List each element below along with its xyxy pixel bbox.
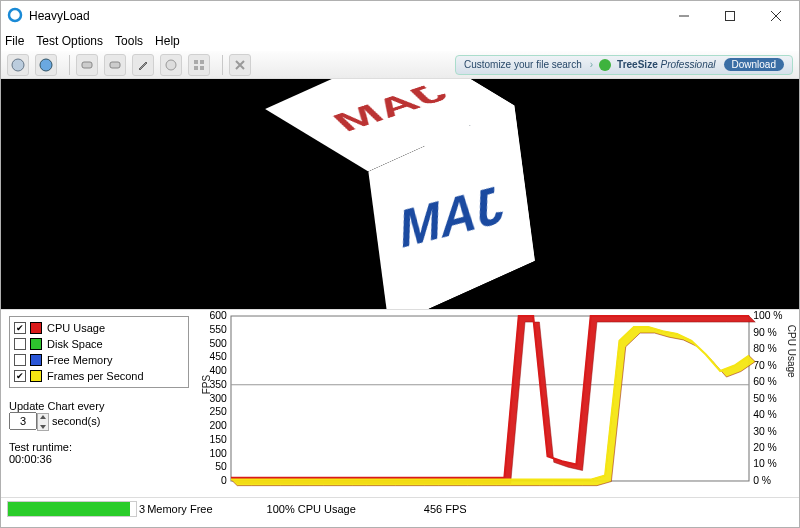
performance-chart: 0501001502002503003504004505005506000 %1… — [231, 314, 749, 483]
chart-legend: ✔CPU UsageDisk SpaceFree Memory✔Frames p… — [9, 316, 189, 388]
svg-rect-2 — [726, 12, 735, 21]
close-button[interactable] — [753, 1, 799, 31]
lower-panel: ✔CPU UsageDisk SpaceFree Memory✔Frames p… — [1, 309, 799, 497]
menu-file[interactable]: File — [5, 34, 24, 48]
svg-text:450: 450 — [209, 351, 227, 362]
status-cpu: 100% CPU Usage — [253, 503, 370, 515]
legend-swatch — [30, 338, 42, 350]
legend-checkbox[interactable]: ✔ — [14, 370, 26, 382]
axis-right-label: CPU Usage — [786, 324, 797, 377]
svg-text:100: 100 — [209, 448, 227, 459]
left-panel: ✔CPU UsageDisk SpaceFree Memory✔Frames p… — [1, 310, 197, 497]
svg-text:50 %: 50 % — [753, 393, 777, 404]
tb-scissors-icon[interactable] — [229, 54, 251, 76]
maximize-button[interactable] — [707, 1, 753, 31]
rotating-cube: JAM SOFTWARE JAM — [317, 79, 484, 296]
svg-text:500: 500 — [209, 338, 227, 349]
svg-text:90 %: 90 % — [753, 327, 777, 338]
svg-text:70 %: 70 % — [753, 360, 777, 371]
tb-btn1-icon[interactable] — [76, 54, 98, 76]
update-interval-input[interactable] — [9, 412, 37, 430]
app-icon — [7, 7, 23, 26]
menu-tools[interactable]: Tools — [115, 34, 143, 48]
legend-item[interactable]: ✔Frames per Second — [14, 368, 184, 384]
runtime-label: Test runtime: — [9, 441, 189, 453]
status-fps: 456 FPS — [410, 503, 481, 515]
svg-text:100 %: 100 % — [753, 310, 782, 321]
axis-left-label: FPS — [201, 374, 212, 393]
svg-rect-8 — [110, 62, 120, 68]
legend-label: Frames per Second — [47, 370, 144, 382]
statusbar: 3 Memory Free 100% CPU Usage 456 FPS — [1, 497, 799, 519]
svg-point-6 — [40, 59, 52, 71]
svg-text:0 %: 0 % — [753, 475, 771, 486]
legend-checkbox[interactable]: ✔ — [14, 322, 26, 334]
tb-globe1-icon[interactable] — [7, 54, 29, 76]
svg-rect-14 — [231, 316, 749, 481]
svg-rect-7 — [82, 62, 92, 68]
svg-rect-11 — [200, 60, 204, 64]
legend-item[interactable]: Disk Space — [14, 336, 184, 352]
minimize-button[interactable] — [661, 1, 707, 31]
svg-text:300: 300 — [209, 393, 227, 404]
svg-text:40 %: 40 % — [753, 409, 777, 420]
legend-label: Disk Space — [47, 338, 103, 350]
legend-label: CPU Usage — [47, 322, 105, 334]
svg-rect-10 — [194, 60, 198, 64]
promo-banner[interactable]: Customize your file search › TreeSize Pr… — [455, 55, 793, 75]
svg-text:50: 50 — [215, 461, 227, 472]
svg-text:30 %: 30 % — [753, 426, 777, 437]
tb-globe2-icon[interactable] — [35, 54, 57, 76]
legend-label: Free Memory — [47, 354, 112, 366]
toolbar: Customize your file search › TreeSize Pr… — [1, 51, 799, 79]
gpu-test-canvas: JAM SOFTWARE JAM — [1, 79, 799, 309]
svg-text:400: 400 — [209, 365, 227, 376]
status-memory: Memory Free — [147, 503, 212, 515]
promo-text: Customize your file search — [464, 59, 582, 70]
runtime-value: 00:00:36 — [9, 453, 189, 465]
legend-swatch — [30, 322, 42, 334]
svg-text:10 %: 10 % — [753, 459, 777, 470]
svg-point-5 — [12, 59, 24, 71]
menu-test-options[interactable]: Test Options — [36, 34, 103, 48]
titlebar: HeavyLoad — [1, 1, 799, 31]
svg-text:20 %: 20 % — [753, 442, 777, 453]
progress-bar — [7, 501, 137, 517]
tb-grid-icon[interactable] — [188, 54, 210, 76]
svg-text:60 %: 60 % — [753, 376, 777, 387]
legend-swatch — [30, 354, 42, 366]
update-label: Update Chart every — [9, 400, 189, 412]
svg-text:350: 350 — [209, 379, 227, 390]
window-title: HeavyLoad — [29, 9, 90, 23]
svg-text:200: 200 — [209, 420, 227, 431]
legend-checkbox[interactable] — [14, 354, 26, 366]
tb-pen-icon[interactable] — [132, 54, 154, 76]
svg-text:600: 600 — [209, 310, 227, 321]
update-interval: Update Chart every second(s) — [9, 400, 189, 431]
svg-text:250: 250 — [209, 406, 227, 417]
promo-download-button[interactable]: Download — [724, 58, 784, 71]
svg-text:80 %: 80 % — [753, 343, 777, 354]
svg-point-9 — [166, 60, 176, 70]
svg-text:0: 0 — [221, 475, 227, 486]
legend-swatch — [30, 370, 42, 382]
svg-text:550: 550 — [209, 324, 227, 335]
runtime-block: Test runtime: 00:00:36 — [9, 441, 189, 465]
legend-checkbox[interactable] — [14, 338, 26, 350]
legend-item[interactable]: ✔CPU Usage — [14, 320, 184, 336]
tb-circle-icon[interactable] — [160, 54, 182, 76]
menu-help[interactable]: Help — [155, 34, 180, 48]
svg-text:150: 150 — [209, 434, 227, 445]
update-spinner[interactable] — [37, 413, 49, 431]
chart-area: FPS CPU Usage 05010015020025030035040045… — [197, 310, 799, 497]
svg-point-0 — [9, 9, 21, 21]
svg-rect-13 — [200, 66, 204, 70]
legend-item[interactable]: Free Memory — [14, 352, 184, 368]
tb-btn2-icon[interactable] — [104, 54, 126, 76]
menubar: File Test Options Tools Help — [1, 31, 799, 51]
svg-rect-12 — [194, 66, 198, 70]
promo-logo-icon — [599, 59, 611, 71]
